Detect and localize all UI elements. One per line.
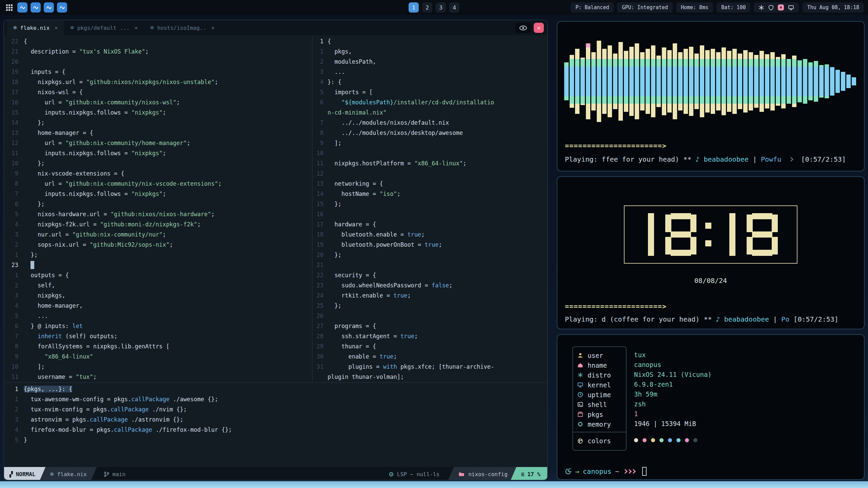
- editor-pane-flake[interactable]: 22{21 description = "tux's NixOS Flake";…: [4, 35, 312, 382]
- code-text: imports = [: [328, 87, 373, 97]
- viz-bar: [570, 55, 574, 108]
- line-number: 23: [313, 280, 328, 290]
- fetch-label: colors: [588, 437, 611, 445]
- viz-bar: [787, 59, 791, 104]
- app-1-launcher-button[interactable]: [17, 2, 27, 13]
- prompt-path: ~: [615, 467, 619, 475]
- music-app-icon[interactable]: [778, 4, 784, 11]
- fetch-label: pkgs: [588, 411, 603, 418]
- color-dot: [651, 438, 655, 442]
- code-text: ...: [24, 311, 48, 321]
- line-number: 1: [4, 394, 24, 404]
- code-text: "${modulesPath}/installer/cd-dvd/install…: [328, 97, 494, 107]
- fetch-row-distro: distro: [573, 370, 626, 380]
- code-line: 7 ../../modules/nixos/default.nix: [313, 118, 547, 128]
- viz-bar: [776, 57, 780, 106]
- line-number: 2: [313, 57, 328, 67]
- fetch-value-kernel: 6.9.8-zen1: [634, 379, 712, 389]
- tab-flake.nix[interactable]: ❄flake.nix✕: [7, 20, 64, 35]
- viz-bar: [716, 52, 721, 110]
- tag-4[interactable]: 4: [449, 2, 459, 13]
- code-line: 18 nixpkgs.url = "github:nixos/nixpkgs/n…: [4, 77, 312, 87]
- code-text: home-manager,: [24, 301, 83, 311]
- tab-close-icon[interactable]: ✕: [55, 25, 58, 31]
- tab-pkgs-default-...[interactable]: ❄pkgs/default ...✕: [64, 20, 144, 35]
- line-number: 30: [313, 351, 328, 362]
- viz-bar: [732, 49, 737, 114]
- terminal-fetch-window[interactable]: userhnamedistrokerneluptimeshellpkgsmemo…: [557, 334, 865, 480]
- line-number: 8: [4, 179, 24, 189]
- tab-hosts-isoImag..[interactable]: ❄hosts/isoImag..✕: [144, 20, 220, 35]
- fetch-row-uptime: uptime: [573, 390, 626, 400]
- fetch-row-kernel: kernel: [573, 380, 626, 390]
- statusline-file-label: flake.nix: [57, 471, 87, 477]
- now-playing: Playing: ffee for your head) ** ♪ beabad…: [565, 155, 846, 163]
- separator-line: ======================>: [565, 142, 667, 150]
- system-tray[interactable]: [754, 2, 799, 13]
- color-dot: [643, 438, 647, 442]
- viz-bar: [640, 52, 645, 110]
- app-3-launcher-button[interactable]: [44, 2, 54, 13]
- code-text: plugins = with pkgs.xfce; [thunar-archiv…: [328, 362, 494, 372]
- code-line: 3 nixpkgs,: [4, 290, 312, 301]
- code-text: bluetooth.powerOnBoot = true;: [328, 240, 442, 250]
- code-line: 1 pkgs,: [313, 46, 547, 57]
- tag-1[interactable]: 1: [409, 2, 419, 13]
- code-line: 31 plugins = with pkgs.xfce; [thunar-arc…: [313, 362, 547, 372]
- code-line: 6 } @ inputs: let: [4, 321, 312, 331]
- tab-close-icon[interactable]: ✕: [211, 25, 214, 31]
- tag-3[interactable]: 3: [436, 2, 446, 13]
- code-line: 8 url = "github:nix-community/nix-vscode…: [4, 179, 312, 189]
- code-text: inputs.nixpkgs.follows = "nixpkgs";: [24, 148, 166, 158]
- editor-pane-pkgs[interactable]: 1{pkgs, ...}: {1 tux-awesome-wm-config =…: [4, 383, 547, 467]
- fetch-value-pkgs: 1: [634, 409, 712, 419]
- status-pill: Home: 8ms: [676, 2, 713, 13]
- code-text: tux-nvim-config = pkgs.callPackage ./nvi…: [24, 404, 187, 414]
- viz-bar: [591, 52, 596, 110]
- code-text: tux-awesome-wm-config = pkgs.callPackage…: [24, 394, 218, 404]
- code-line: 7 inputs.nixpkgs.follows = "nixpkgs";: [4, 189, 312, 199]
- clock-colon: [703, 213, 713, 256]
- status-pill: P: Balanced: [571, 2, 614, 13]
- code-text: nixos-wsl = {: [24, 87, 83, 97]
- line-number: 26: [313, 311, 328, 321]
- line-number: 24: [313, 290, 328, 301]
- line-number: 3: [4, 229, 24, 240]
- tab-close-icon[interactable]: ✕: [135, 25, 138, 31]
- viz-bar: [781, 54, 786, 108]
- viz-bar: [694, 54, 699, 109]
- viz-bar: [797, 60, 802, 102]
- line-number: 1: [313, 46, 328, 57]
- close-window-button[interactable]: ✕: [534, 23, 544, 33]
- code-text: programs = {: [328, 321, 376, 331]
- line-number: 3: [313, 67, 328, 77]
- code-line: 9 "x86_64-linux": [4, 351, 312, 362]
- line-number: 29: [313, 341, 328, 351]
- chevron-icon: [631, 469, 636, 474]
- code-line: 9 nix-vscode-extensions = {: [4, 168, 312, 179]
- code-line: 11 username = "tux";: [4, 372, 312, 382]
- toggle-visibility-button[interactable]: [515, 23, 531, 33]
- viz-bar: [808, 62, 813, 100]
- code-line: 30 enable = true;: [313, 351, 547, 362]
- clock-icon: [577, 392, 583, 398]
- line-number: 4: [313, 77, 328, 87]
- line-number: 5: [4, 209, 24, 219]
- shell-prompt[interactable]: →canopus~: [565, 467, 647, 476]
- viz-bar: [754, 55, 758, 108]
- nix-icon: ❄: [150, 25, 154, 31]
- app-grid-button[interactable]: [4, 2, 14, 13]
- tag-2[interactable]: 2: [422, 2, 432, 13]
- editor-cursor: [31, 261, 34, 269]
- code-text: url = "github:nix-community/nix-vscode-e…: [24, 179, 221, 189]
- code-line: 4 home-manager,: [4, 301, 312, 311]
- app-4-launcher-button[interactable]: [57, 2, 67, 13]
- viz-bar: [624, 51, 628, 112]
- package-icon: [577, 411, 583, 417]
- code-line: 15 inputs.nixpkgs.follows = "nixpkgs";: [4, 107, 312, 118]
- app-2-launcher-button[interactable]: [31, 2, 41, 13]
- git-branch-label: main: [113, 471, 126, 477]
- code-text: networking = {: [328, 179, 383, 189]
- line-number: 6: [4, 321, 24, 331]
- editor-pane-iso[interactable]: 1{1 pkgs,2 modulesPath,3 ...4}: {5 impor…: [313, 35, 547, 382]
